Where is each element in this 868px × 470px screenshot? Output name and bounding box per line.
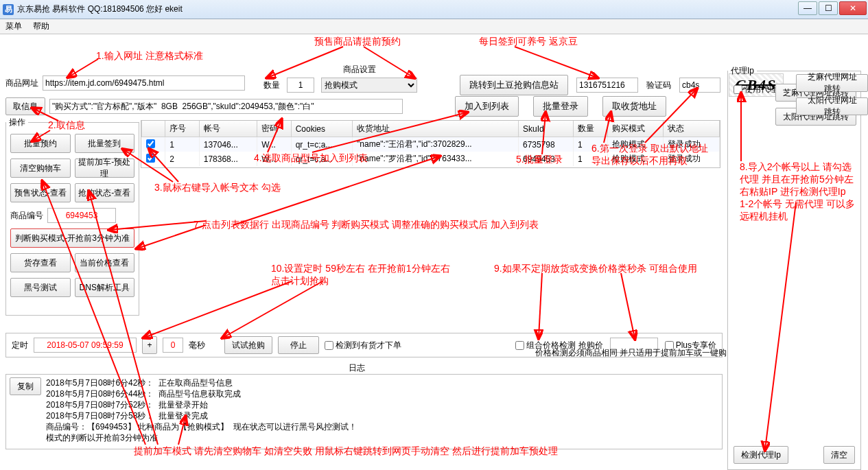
jump-tudou-button[interactable]: 跳转到土豆抢购信息站 xyxy=(460,75,568,95)
zhima-proxy-button-2[interactable]: 芝麻代理网址跳转 xyxy=(796,74,868,92)
number-input[interactable] xyxy=(576,78,638,93)
dns-tool-button[interactable]: DNS解析工具 xyxy=(75,278,135,297)
log-area[interactable]: 2018年5月7日08时6分42秒： 正在取商品型号信息 2018年5月7日08… xyxy=(5,374,723,449)
goods-settings: 数量 抢购模式 xyxy=(259,65,445,99)
product-id-input[interactable] xyxy=(47,208,116,223)
proxy-group: 代理Ip 使用代理 芝麻代理网址跳转 太阳代理网址跳转 .proxy .inne… xyxy=(727,65,861,470)
col-header[interactable]: 收货地址 xyxy=(353,121,519,137)
batch-signin-button[interactable]: 批量签到 xyxy=(75,134,135,153)
condition-input[interactable] xyxy=(49,99,403,114)
qty-label: 数量 xyxy=(263,80,280,91)
col-header[interactable]: SkuId xyxy=(518,121,573,137)
mode-select[interactable]: 抢购模式 xyxy=(321,78,417,93)
minimize-button[interactable]: — xyxy=(798,1,817,15)
col-header[interactable]: 密码 xyxy=(257,121,292,137)
product-id-label: 商品编号 xyxy=(10,210,43,222)
col-header[interactable] xyxy=(142,121,165,137)
app-icon: 易 xyxy=(3,4,14,15)
anno-5: 5.批量登录 xyxy=(516,154,563,166)
maximize-button[interactable]: ☐ xyxy=(819,1,838,15)
get-address-button[interactable]: 取收货地址 xyxy=(602,96,666,117)
col-header[interactable]: 购买模式 xyxy=(607,121,664,137)
col-header[interactable]: 帐号 xyxy=(199,121,257,137)
anno-presale: 预售商品请提前预约 xyxy=(314,36,401,48)
anno-8: 8.导入2个帐号以上 请勾选代理 并且在开抢前5分钟左右粘贴IP 进行检测代理I… xyxy=(740,161,856,223)
col-header[interactable]: 状态 xyxy=(664,121,720,137)
anno-7: 7.点击列表数据行 出现商品编号 判断购买模式 调整准确的购买模式后 加入到列表 xyxy=(193,219,539,231)
url-input[interactable] xyxy=(43,75,245,91)
get-info-button[interactable]: 取信息 xyxy=(5,97,45,115)
url-label: 商品网址 xyxy=(5,78,38,89)
timer-plus-button[interactable]: + xyxy=(142,336,157,354)
black-test-button[interactable]: 黑号测试 xyxy=(10,278,71,297)
anno-2: 2.取信息 xyxy=(48,119,85,132)
ms-label: 毫秒 xyxy=(189,340,205,351)
anno-3: 3.鼠标右键导入帐号文本 勾选 xyxy=(154,182,281,194)
svg-line-0 xyxy=(69,59,98,77)
add-to-list-button[interactable]: 加入到列表 xyxy=(455,96,519,117)
close-button[interactable]: ✕ xyxy=(839,1,867,15)
captcha-input[interactable] xyxy=(679,78,720,93)
sun-proxy-button-2[interactable]: 太阳代理网址跳转 xyxy=(796,97,868,115)
anno-bottom: 提前加车模式 请先清空购物车 如清空失败 用鼠标右键跳转到网页手动清空 然后进行… xyxy=(134,445,558,458)
rush-status-button[interactable]: 抢购状态-查看 xyxy=(75,183,135,202)
batch-reserve-button[interactable]: 批量预约 xyxy=(10,134,71,153)
price-view-button[interactable]: 当前价格查看 xyxy=(75,253,135,272)
svg-line-19 xyxy=(621,273,635,338)
timer-ms-input[interactable] xyxy=(163,338,183,353)
judge-mode-button[interactable]: 判断购买模式-开抢前3分钟为准 xyxy=(10,228,134,248)
log-title: 日志 xyxy=(349,362,365,374)
col-header[interactable]: 序号 xyxy=(165,121,200,137)
anno-9: 9.如果不定期放货或变换价格类秒杀 可组合使用 xyxy=(494,263,697,275)
menu-file[interactable]: 菜单 xyxy=(5,21,22,32)
timer-label: 定时 xyxy=(12,340,28,351)
col-header[interactable]: Cookies xyxy=(291,121,352,137)
anno-daily: 每日签到可养号 返京豆 xyxy=(479,36,578,48)
timer-value[interactable] xyxy=(34,338,137,353)
stock-check-checkbox[interactable]: 检测到有货才下单 xyxy=(325,340,401,351)
svg-line-17 xyxy=(223,281,322,338)
batch-login-button[interactable]: 批量登录 xyxy=(533,96,588,117)
svg-line-16 xyxy=(144,281,292,338)
precart-button[interactable]: 提前加车-预处理 xyxy=(75,158,135,178)
stock-view-button[interactable]: 货存查看 xyxy=(10,253,71,272)
operations-group: 操作 批量预约 批量签到 清空购物车 提前加车-预处理 预售状态-查看 抢购状态… xyxy=(5,117,139,316)
copy-log-button[interactable]: 复制 xyxy=(10,377,41,395)
menu-help[interactable]: 帮助 xyxy=(33,21,49,32)
captcha-label: 验证码 xyxy=(646,80,671,91)
anno-6: 6.第一次登录 取出默认地址 导出保存以后不用再取 xyxy=(591,143,708,167)
anno-4: 4.选取商品型号加入到列表 xyxy=(254,152,368,165)
presale-status-button[interactable]: 预售状态-查看 xyxy=(10,183,71,202)
window-title: 京东易抢 易科软件 QQ:181894506 您好 ekeit xyxy=(17,3,183,15)
price-note: 价格检测必须商品相同 并只适用于提前加车或一键购 xyxy=(535,347,727,359)
try-rush-button[interactable]: 试试抢购 xyxy=(224,336,272,354)
col-header[interactable]: 数量 xyxy=(573,121,607,137)
anno-1: 1.输入网址 注意格式标准 xyxy=(96,50,203,62)
check-proxy-button[interactable]: 检测代理Ip xyxy=(734,446,788,464)
qty-input[interactable] xyxy=(287,78,314,93)
clear-cart-button[interactable]: 清空购物车 xyxy=(10,158,71,178)
svg-line-18 xyxy=(539,273,542,338)
anno-10: 10.设置定时 59秒左右 在开抢前1分钟左右 点击计划抢购 xyxy=(271,263,450,287)
stop-button[interactable]: 停止 xyxy=(278,336,319,354)
clear-proxy-button[interactable]: 清空 xyxy=(823,446,855,464)
